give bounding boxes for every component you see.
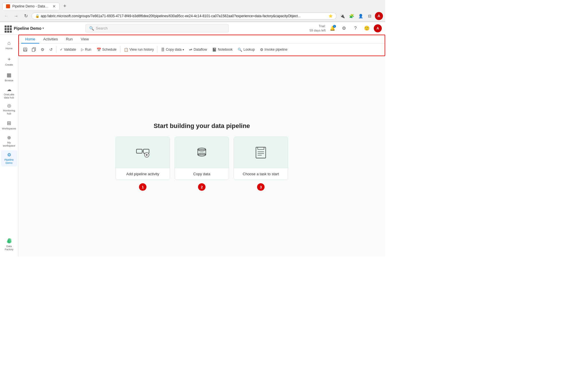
svg-rect-20 [258,147,264,149]
copy-data-card-label: Copy data [175,168,229,180]
notebook-icon: 📓 [212,48,217,52]
extension-btn-1[interactable]: 🔌 [338,12,346,20]
trial-badge: Trial: 59 days left [310,24,326,32]
copy-data-chevron-icon: ▾ [183,48,184,51]
ribbon-tab-activities[interactable]: Activities [39,35,62,44]
svg-point-2 [9,238,11,242]
sidebar-item-onelake[interactable]: ☁ OneLake data hub [1,85,17,101]
workspace-name[interactable]: Pipeline Demo ▾ [14,26,44,31]
address-text: app.fabric.microsoft.com/groups/7e661a71… [41,14,327,18]
run-label: Run [85,48,91,52]
profiles-btn[interactable]: 👤 [357,12,365,20]
view-run-history-label: View run history [130,48,154,52]
validate-button[interactable]: ✓ Validate [58,46,78,53]
dataflow-label: Dataflow [193,48,207,52]
schedule-button[interactable]: 📅 Schedule [94,46,119,53]
extension-btn-2[interactable]: 🧩 [347,12,355,20]
refresh-button[interactable]: ↻ [22,12,30,20]
canvas-title: Start building your data pipeline [154,122,250,130]
pipeline-demo-label: Pipeline Demo [4,158,13,165]
view-run-history-icon: 📋 [124,48,128,52]
sidebar-item-data-factory[interactable]: Data Factory [1,236,17,252]
dataflow-icon: ⇌ [189,48,192,52]
lookup-label: Lookup [243,48,255,52]
save-button[interactable] [21,46,29,54]
my-workspace-icon: ⊕ [7,135,11,140]
sidebar-item-create[interactable]: ＋ Create [1,53,17,69]
add-pipeline-activity-card[interactable]: Add pipeline activity [116,137,170,180]
dataflow-button[interactable]: ⇌ Dataflow [187,46,209,53]
new-tab-button[interactable]: + [61,2,69,10]
workspaces-icon: ⊞ [7,120,11,126]
browser-tab-active[interactable]: Pipeline Demo - Data Factory ✕ [2,3,60,10]
settings-button[interactable]: ⚙ [339,24,349,33]
tab-close-button[interactable]: ✕ [52,4,56,9]
run-button[interactable]: ▷ Run [79,46,93,53]
user-avatar-top[interactable]: A [374,24,382,32]
ribbon-container: Home Activities Run View ⚙ [18,35,385,56]
invoke-pipeline-icon: ⚙ [260,48,263,52]
view-run-history-button[interactable]: 📋 View run history [122,46,156,53]
my-workspace-label: My workspace [3,141,15,147]
canvas-area: Start building your data pipeline [18,56,385,257]
address-bar[interactable]: 🔒 app.fabric.microsoft.com/groups/7e661a… [32,13,336,19]
invoke-pipeline-button[interactable]: ⚙ Invoke pipeline [258,46,290,53]
sidebar-item-my-workspace[interactable]: ⊕ My workspace [1,133,17,149]
svg-rect-7 [32,48,35,52]
card-icon-area-2 [175,137,229,168]
ribbon-tab-run[interactable]: Run [62,35,77,44]
sidebar-toggle-btn[interactable]: ⊟ [366,12,374,20]
sidebar-item-monitoring[interactable]: ◎ Monitoring hub [1,101,17,117]
choose-task-card[interactable]: Choose a task to start [234,137,288,180]
onelake-label: OneLake data hub [4,93,14,99]
settings-toolbar-button[interactable]: ⚙ [38,46,46,54]
notification-count: 1 [333,25,336,28]
run-icon: ▷ [81,48,84,52]
sidebar-item-workspaces[interactable]: ⊞ Workspaces [1,117,17,133]
copy-data-card-icon [195,145,209,160]
data-factory-label: Data Factory [2,245,16,251]
ribbon-toolbar: ⚙ ↺ ✓ Validate ▷ Run 📅 [19,44,385,56]
ribbon-tab-home[interactable]: Home [21,35,39,44]
divider-1 [56,46,56,53]
onelake-icon: ☁ [7,87,11,92]
ribbon-tab-view[interactable]: View [77,35,93,44]
schedule-label: Schedule [102,48,117,52]
user-avatar-browser[interactable]: A [375,12,383,20]
copy-data-label: Copy data [166,48,182,52]
sidebar-item-pipeline-demo[interactable]: ⚙ Pipeline Demo [1,150,17,166]
back-button[interactable]: ← [2,12,10,20]
notebook-button[interactable]: 📓 Notebook [210,46,235,53]
copy-data-icon: 🗄 [161,48,165,52]
badge-row: 1 2 3 [116,183,288,191]
app-grid-button[interactable] [3,24,11,32]
svg-rect-5 [24,50,26,51]
top-bar: Pipeline Demo ▾ 🔍 Search Trial: 59 days … [0,22,385,35]
sidebar-item-home[interactable]: ⌂ Home [1,37,17,53]
sidebar-item-browse[interactable]: ▦ Browse [1,69,17,85]
monitoring-label: Monitoring hub [3,109,15,115]
search-icon: 🔍 [89,26,94,31]
browser-actions: 🔌 🧩 👤 ⊟ A [338,12,383,20]
sidebar: ⌂ Home ＋ Create ▦ Browse ☁ OneLake data … [0,35,18,257]
choose-task-label: Choose a task to start [234,168,288,180]
validate-label: Validate [64,48,76,52]
undo-button[interactable]: ↺ [47,46,55,54]
lookup-button[interactable]: 🔍 Lookup [235,46,257,53]
badge-3: 3 [257,183,265,191]
copy-data-button[interactable]: 🗄 Copy data ▾ [159,46,187,53]
notifications-button[interactable]: 🔔 1 [328,24,337,33]
main-area: ⌂ Home ＋ Create ▦ Browse ☁ OneLake data … [0,35,385,257]
monitoring-icon: ◎ [7,103,11,108]
feedback-button[interactable]: 🙂 [362,24,371,33]
search-bar[interactable]: 🔍 Search [85,24,229,32]
workspace-chevron-icon: ▾ [42,27,44,30]
copy-data-card[interactable]: Copy data [175,137,229,180]
schedule-icon: 📅 [97,48,101,52]
copy-button[interactable] [30,46,38,54]
tab-title: Pipeline Demo - Data Factory [12,4,49,8]
forward-button[interactable]: → [12,12,20,20]
help-button[interactable]: ? [351,24,360,33]
copy-icon [32,47,36,52]
lookup-icon: 🔍 [238,48,242,52]
